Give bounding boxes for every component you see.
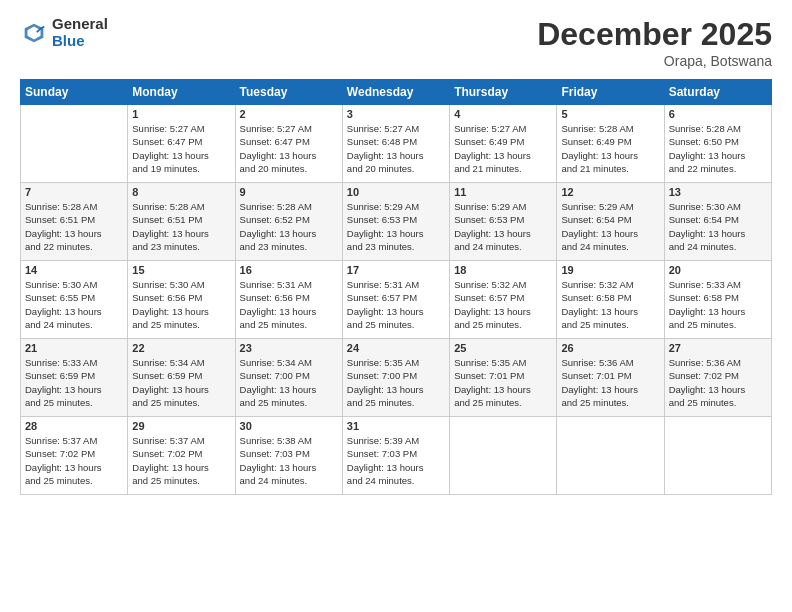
calendar-week-4: 28Sunrise: 5:37 AMSunset: 7:02 PMDayligh… bbox=[21, 417, 772, 495]
cell-content: and 23 minutes. bbox=[240, 240, 338, 253]
calendar-cell: 17Sunrise: 5:31 AMSunset: 6:57 PMDayligh… bbox=[342, 261, 449, 339]
cell-content: Sunrise: 5:28 AM bbox=[25, 200, 123, 213]
cell-content: Sunset: 6:51 PM bbox=[25, 213, 123, 226]
cell-content: Daylight: 13 hours bbox=[25, 227, 123, 240]
calendar-cell: 5Sunrise: 5:28 AMSunset: 6:49 PMDaylight… bbox=[557, 105, 664, 183]
cell-content: Sunset: 6:51 PM bbox=[132, 213, 230, 226]
cell-content: Sunset: 6:48 PM bbox=[347, 135, 445, 148]
cell-content: and 24 minutes. bbox=[561, 240, 659, 253]
cell-content: Sunset: 6:52 PM bbox=[240, 213, 338, 226]
calendar-body: 1Sunrise: 5:27 AMSunset: 6:47 PMDaylight… bbox=[21, 105, 772, 495]
cell-content: Daylight: 13 hours bbox=[240, 227, 338, 240]
day-number: 15 bbox=[132, 264, 230, 276]
cell-content: Daylight: 13 hours bbox=[132, 227, 230, 240]
calendar-cell: 6Sunrise: 5:28 AMSunset: 6:50 PMDaylight… bbox=[664, 105, 771, 183]
day-number: 26 bbox=[561, 342, 659, 354]
cell-content: Daylight: 13 hours bbox=[240, 149, 338, 162]
cell-content: and 25 minutes. bbox=[454, 318, 552, 331]
col-monday: Monday bbox=[128, 80, 235, 105]
cell-content: and 22 minutes. bbox=[669, 162, 767, 175]
location: Orapa, Botswana bbox=[537, 53, 772, 69]
calendar-cell: 23Sunrise: 5:34 AMSunset: 7:00 PMDayligh… bbox=[235, 339, 342, 417]
cell-content: and 25 minutes. bbox=[347, 318, 445, 331]
cell-content: Sunrise: 5:30 AM bbox=[25, 278, 123, 291]
cell-content: Daylight: 13 hours bbox=[561, 383, 659, 396]
cell-content: Daylight: 13 hours bbox=[347, 149, 445, 162]
day-number: 3 bbox=[347, 108, 445, 120]
cell-content: and 25 minutes. bbox=[347, 396, 445, 409]
cell-content: Sunset: 7:02 PM bbox=[132, 447, 230, 460]
cell-content: Daylight: 13 hours bbox=[454, 149, 552, 162]
cell-content: Sunrise: 5:30 AM bbox=[669, 200, 767, 213]
cell-content: Sunset: 7:00 PM bbox=[347, 369, 445, 382]
cell-content: and 19 minutes. bbox=[132, 162, 230, 175]
calendar-cell bbox=[21, 105, 128, 183]
cell-content: Sunset: 6:49 PM bbox=[454, 135, 552, 148]
cell-content: Sunrise: 5:27 AM bbox=[132, 122, 230, 135]
cell-content: and 25 minutes. bbox=[25, 396, 123, 409]
cell-content: Sunset: 6:58 PM bbox=[669, 291, 767, 304]
cell-content: Sunset: 6:53 PM bbox=[347, 213, 445, 226]
day-number: 9 bbox=[240, 186, 338, 198]
cell-content: Daylight: 13 hours bbox=[669, 149, 767, 162]
day-number: 30 bbox=[240, 420, 338, 432]
cell-content: Daylight: 13 hours bbox=[132, 305, 230, 318]
calendar-cell: 8Sunrise: 5:28 AMSunset: 6:51 PMDaylight… bbox=[128, 183, 235, 261]
cell-content: and 24 minutes. bbox=[25, 318, 123, 331]
calendar-cell: 24Sunrise: 5:35 AMSunset: 7:00 PMDayligh… bbox=[342, 339, 449, 417]
calendar-cell: 16Sunrise: 5:31 AMSunset: 6:56 PMDayligh… bbox=[235, 261, 342, 339]
day-number: 7 bbox=[25, 186, 123, 198]
calendar-cell: 13Sunrise: 5:30 AMSunset: 6:54 PMDayligh… bbox=[664, 183, 771, 261]
cell-content: Sunrise: 5:39 AM bbox=[347, 434, 445, 447]
cell-content: Sunrise: 5:27 AM bbox=[240, 122, 338, 135]
cell-content: Sunset: 7:01 PM bbox=[561, 369, 659, 382]
cell-content: Daylight: 13 hours bbox=[454, 227, 552, 240]
day-number: 13 bbox=[669, 186, 767, 198]
calendar-cell: 3Sunrise: 5:27 AMSunset: 6:48 PMDaylight… bbox=[342, 105, 449, 183]
col-saturday: Saturday bbox=[664, 80, 771, 105]
cell-content: and 23 minutes. bbox=[132, 240, 230, 253]
cell-content: and 23 minutes. bbox=[347, 240, 445, 253]
calendar-cell: 29Sunrise: 5:37 AMSunset: 7:02 PMDayligh… bbox=[128, 417, 235, 495]
calendar-week-2: 14Sunrise: 5:30 AMSunset: 6:55 PMDayligh… bbox=[21, 261, 772, 339]
cell-content: Sunrise: 5:28 AM bbox=[669, 122, 767, 135]
cell-content: Daylight: 13 hours bbox=[347, 227, 445, 240]
calendar-cell: 31Sunrise: 5:39 AMSunset: 7:03 PMDayligh… bbox=[342, 417, 449, 495]
day-number: 27 bbox=[669, 342, 767, 354]
day-number: 6 bbox=[669, 108, 767, 120]
cell-content: Daylight: 13 hours bbox=[132, 149, 230, 162]
cell-content: Daylight: 13 hours bbox=[132, 383, 230, 396]
cell-content: Daylight: 13 hours bbox=[347, 305, 445, 318]
calendar-cell: 12Sunrise: 5:29 AMSunset: 6:54 PMDayligh… bbox=[557, 183, 664, 261]
col-sunday: Sunday bbox=[21, 80, 128, 105]
cell-content: Sunrise: 5:36 AM bbox=[561, 356, 659, 369]
cell-content: and 25 minutes. bbox=[561, 396, 659, 409]
cell-content: and 25 minutes. bbox=[669, 396, 767, 409]
cell-content: Daylight: 13 hours bbox=[132, 461, 230, 474]
day-number: 11 bbox=[454, 186, 552, 198]
cell-content: and 25 minutes. bbox=[25, 474, 123, 487]
cell-content: and 25 minutes. bbox=[240, 396, 338, 409]
cell-content: and 25 minutes. bbox=[132, 396, 230, 409]
cell-content: and 24 minutes. bbox=[240, 474, 338, 487]
cell-content: Sunrise: 5:29 AM bbox=[454, 200, 552, 213]
cell-content: Sunset: 6:47 PM bbox=[240, 135, 338, 148]
cell-content: Daylight: 13 hours bbox=[240, 383, 338, 396]
day-number: 8 bbox=[132, 186, 230, 198]
day-number: 29 bbox=[132, 420, 230, 432]
calendar-cell: 10Sunrise: 5:29 AMSunset: 6:53 PMDayligh… bbox=[342, 183, 449, 261]
cell-content: Daylight: 13 hours bbox=[561, 227, 659, 240]
cell-content: Sunset: 6:54 PM bbox=[561, 213, 659, 226]
calendar-cell: 11Sunrise: 5:29 AMSunset: 6:53 PMDayligh… bbox=[450, 183, 557, 261]
cell-content: Sunrise: 5:29 AM bbox=[561, 200, 659, 213]
logo-text: General Blue bbox=[52, 16, 108, 49]
logo: General Blue bbox=[20, 16, 108, 49]
logo-icon bbox=[20, 19, 48, 47]
cell-content: Sunset: 6:57 PM bbox=[454, 291, 552, 304]
cell-content: Sunrise: 5:35 AM bbox=[347, 356, 445, 369]
cell-content: and 25 minutes. bbox=[561, 318, 659, 331]
cell-content: and 25 minutes. bbox=[132, 318, 230, 331]
calendar-week-3: 21Sunrise: 5:33 AMSunset: 6:59 PMDayligh… bbox=[21, 339, 772, 417]
cell-content: and 24 minutes. bbox=[669, 240, 767, 253]
day-number: 20 bbox=[669, 264, 767, 276]
